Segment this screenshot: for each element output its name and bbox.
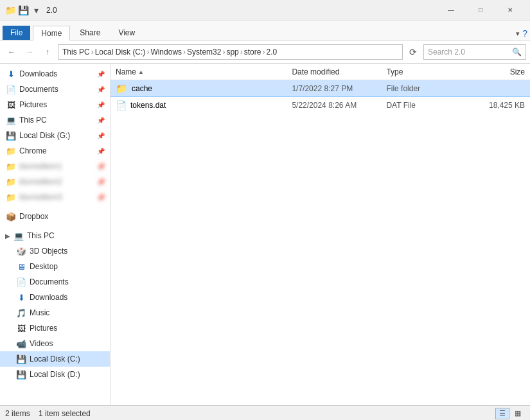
- status-bar: 2 items 1 item selected ☰ ▦: [0, 405, 530, 420]
- sidebar-item-videos[interactable]: 📹 Videos: [0, 336, 110, 351]
- tab-share[interactable]: Share: [71, 25, 109, 40]
- bc-system32[interactable]: System32: [187, 48, 221, 57]
- disk-g-icon: 💾: [5, 130, 17, 141]
- folder-icon-cache: 📁: [116, 83, 128, 94]
- ribbon-collapse[interactable]: ▾: [516, 30, 520, 38]
- sidebar-item-localdisk-c[interactable]: 💾 Local Disk (C:): [0, 351, 110, 367]
- sidebar-item-3dobjects[interactable]: 🎲 3D Objects: [0, 243, 110, 259]
- tab-view[interactable]: View: [110, 25, 143, 40]
- sidebar-item-desktop[interactable]: 🖥 Desktop: [0, 259, 110, 274]
- downloads-icon: ⬇: [15, 292, 27, 303]
- file-type-tokens: DAT File: [386, 101, 462, 110]
- file-list: Name ▲ Date modified Type Size 📁 cache 1…: [110, 64, 530, 405]
- bc-thispc[interactable]: This PC: [62, 48, 90, 57]
- details-view-button[interactable]: ☰: [495, 408, 509, 419]
- bc-windows[interactable]: Windows: [150, 48, 182, 57]
- sidebar-item-documents[interactable]: 📄 Documents: [0, 274, 110, 290]
- folder-blur1-icon: 📁: [5, 161, 17, 172]
- up-button[interactable]: ↑: [40, 44, 55, 60]
- title-bar-icons: 📁 💾 ▾: [5, 5, 41, 15]
- tab-home[interactable]: Home: [33, 26, 70, 40]
- sidebar-item-downloads[interactable]: ⬇ Downloads: [0, 290, 110, 305]
- help-icon[interactable]: ?: [522, 28, 527, 39]
- col-header-date[interactable]: Date modified: [292, 67, 386, 76]
- videos-icon: 📹: [15, 338, 27, 349]
- forward-button[interactable]: →: [22, 44, 37, 60]
- col-type-label: Type: [386, 67, 403, 76]
- sidebar-item-documents-qa[interactable]: 📄 Documents 📌: [0, 82, 110, 97]
- sidebar-item-pictures-qa[interactable]: 🖼 Pictures 📌: [0, 97, 110, 112]
- file-date-cache: 1/7/2022 8:27 PM: [292, 84, 386, 93]
- file-row-cache[interactable]: 📁 cache 1/7/2022 8:27 PM File folder: [110, 80, 530, 97]
- thispc-section-icon: 💻: [13, 230, 24, 241]
- file-label-tokens: tokens.dat: [130, 101, 166, 110]
- sidebar-label-documents: Documents: [30, 277, 69, 286]
- file-date-val-cache: 1/7/2022 8:27 PM: [292, 84, 353, 93]
- maximize-button[interactable]: □: [466, 0, 495, 21]
- expand-icon: ▶: [5, 232, 10, 240]
- sidebar-label-thispc-qa: This PC: [19, 116, 47, 125]
- col-header-size[interactable]: Size: [462, 67, 525, 76]
- sidebar-item-localdisk-g[interactable]: 💾 Local Disk (G:) 📌: [0, 128, 110, 143]
- title-bar: 📁 💾 ▾ 2.0 — □ ✕: [0, 0, 530, 21]
- pictures2-icon: 🖼: [15, 322, 27, 334]
- col-header-name[interactable]: Name ▲: [116, 67, 292, 76]
- sidebar-label-localdisk-c: Local Disk (C:): [30, 354, 80, 363]
- sidebar-item-thispc-section[interactable]: ▶ 💻 This PC: [0, 228, 110, 243]
- status-item-count: 2 items 1 item selected: [5, 409, 495, 418]
- file-list-header: Name ▲ Date modified Type Size: [110, 64, 530, 80]
- sidebar-label-downloads: Downloads: [30, 293, 67, 302]
- quick-access-arrow: ▾: [31, 5, 41, 15]
- pin-icon-9: 📌: [97, 194, 105, 201]
- close-button[interactable]: ✕: [495, 0, 525, 21]
- breadcrumb[interactable]: This PC › Local Disk (C:) › Windows › Sy…: [58, 44, 403, 60]
- bc-localdisk-c[interactable]: Local Disk (C:): [95, 48, 146, 57]
- sidebar: ⬇ Downloads 📌 📄 Documents 📌 🖼 Pictures 📌…: [0, 64, 110, 405]
- file-type-cache: File folder: [386, 84, 462, 93]
- sort-arrow: ▲: [138, 69, 144, 75]
- address-bar: ← → ↑ This PC › Local Disk (C:) › Window…: [0, 40, 530, 64]
- minimize-button[interactable]: —: [436, 0, 466, 21]
- sidebar-item-thispc-qa[interactable]: 💻 This PC 📌: [0, 112, 110, 128]
- sidebar-label-pictures: Pictures: [30, 324, 57, 333]
- sidebar-label-downloads-qa: Downloads: [19, 69, 57, 78]
- tab-file[interactable]: File: [3, 26, 30, 40]
- pin-icon-7: 📌: [97, 163, 105, 170]
- music-icon: 🎵: [15, 307, 27, 319]
- col-size-label: Size: [510, 67, 525, 76]
- sidebar-item-chrome-qa[interactable]: 📁 Chrome 📌: [0, 143, 110, 159]
- search-box[interactable]: Search 2.0 🔍: [423, 44, 526, 60]
- save-icon: 💾: [18, 5, 28, 15]
- sidebar-item-localdisk-d[interactable]: 💾 Local Disk (D:): [0, 367, 110, 382]
- folder-blur3-icon: 📁: [5, 191, 17, 203]
- file-size-tokens: 18,425 KB: [462, 101, 525, 110]
- sidebar-item-downloads-qa[interactable]: ⬇ Downloads 📌: [0, 66, 110, 82]
- refresh-button[interactable]: ⟳: [405, 44, 421, 60]
- disk-c-icon: 💾: [15, 353, 27, 365]
- sidebar-item-music[interactable]: 🎵 Music: [0, 305, 110, 320]
- ribbon-tabs: File Home Share View ▾ ?: [0, 21, 530, 40]
- bc-20[interactable]: 2.0: [266, 48, 277, 57]
- file-row-tokens[interactable]: 📄 tokens.dat 5/22/2024 8:26 AM DAT File …: [110, 97, 530, 114]
- sidebar-item-dropbox[interactable]: 📦 Dropbox: [0, 209, 110, 224]
- col-header-type[interactable]: Type: [386, 67, 462, 76]
- sidebar-label-pictures-qa: Pictures: [19, 100, 47, 109]
- desktop-icon: 🖥: [15, 261, 27, 272]
- chrome-folder-icon: 📁: [5, 145, 17, 157]
- back-button[interactable]: ←: [4, 44, 19, 60]
- sidebar-item-blurred3[interactable]: 📁 blurreditem3 📌: [0, 189, 110, 205]
- sidebar-label-blurred1: blurreditem1: [19, 162, 62, 171]
- sidebar-label-chrome-qa: Chrome: [19, 146, 47, 155]
- pin-icon-4: 📌: [97, 117, 105, 124]
- sidebar-item-blurred1[interactable]: 📁 blurreditem1 📌: [0, 159, 110, 174]
- bc-spp[interactable]: spp: [226, 48, 238, 57]
- file-type-val-cache: File folder: [386, 84, 420, 93]
- sidebar-item-blurred2[interactable]: 📁 blurreditem2 📌: [0, 174, 110, 189]
- pin-icon-3: 📌: [97, 101, 105, 109]
- large-icons-view-button[interactable]: ▦: [511, 408, 525, 419]
- col-date-label: Date modified: [292, 67, 339, 76]
- pin-icon-2: 📌: [97, 86, 105, 93]
- sidebar-item-pictures[interactable]: 🖼 Pictures: [0, 320, 110, 336]
- sidebar-label-blurred2: blurreditem2: [19, 177, 62, 186]
- bc-store[interactable]: store: [244, 48, 261, 57]
